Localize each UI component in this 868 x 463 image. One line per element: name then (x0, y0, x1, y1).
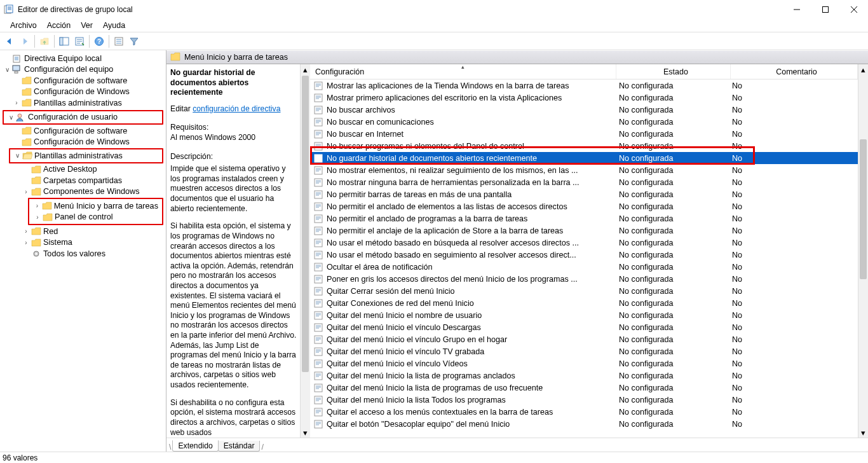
col-configuracion[interactable]: ▴Configuración (310, 64, 616, 79)
tree-menu-inicio[interactable]: › Menú Inicio y barra de tareas (31, 200, 161, 212)
setting-row[interactable]: Quitar del menú Inicio la lista de progr… (310, 370, 858, 382)
setting-row[interactable]: Quitar del menú Inicio la lista de progr… (310, 382, 858, 394)
tab-estandar[interactable]: Estándar (218, 441, 261, 452)
menu-ayuda[interactable]: Ayuda (99, 20, 129, 31)
setting-row[interactable]: No mostrar elementos, ni realizar seguim… (310, 164, 858, 176)
caret-icon[interactable]: ∨ (14, 152, 20, 159)
setting-row[interactable]: Mostrar las aplicaciones de la Tienda Wi… (310, 79, 858, 92)
scroll-up-icon[interactable]: ▴ (858, 64, 868, 74)
tree-carpetas[interactable]: Carpetas compartidas (0, 175, 166, 186)
tree-cfg-equipo[interactable]: ∨ Configuración del equipo (0, 64, 166, 76)
caret-icon[interactable]: › (34, 214, 41, 221)
setting-row[interactable]: Quitar Conexiones de red del menú Inicio… (310, 297, 858, 309)
caret-icon[interactable]: ∨ (8, 114, 14, 121)
close-button[interactable] (839, 0, 868, 19)
scroll-down-icon[interactable]: ▾ (858, 427, 868, 438)
setting-row[interactable]: Quitar del menú Inicio el nombre de usua… (310, 309, 858, 321)
caret-icon[interactable]: › (23, 228, 29, 235)
tree-comp-windows[interactable]: › Componentes de Windows (0, 186, 166, 198)
menu-ver[interactable]: Ver (77, 20, 97, 31)
tab-extendido[interactable]: Extendido (172, 440, 218, 452)
list-scrollbar[interactable]: ▴ ▾ (858, 64, 868, 438)
setting-state-cell: No configurada (616, 408, 731, 417)
setting-name-cell: Mostrar las aplicaciones de la Tienda Wi… (327, 81, 616, 90)
tree-panel-control[interactable]: › Panel de control (31, 212, 161, 223)
setting-row[interactable]: Ocultar el área de notificación No confi… (310, 261, 858, 273)
setting-name-cell: Poner en gris los accesos directos del m… (327, 275, 616, 284)
setting-comment-cell: No (731, 251, 858, 259)
setting-row[interactable]: Quitar del menú Inicio el vínculo Descar… (310, 321, 858, 333)
show-hide-tree-button[interactable] (57, 34, 71, 48)
setting-row[interactable]: No usar el método basado en seguimiento … (310, 249, 858, 261)
tree-active-desktop[interactable]: Active Desktop (0, 164, 166, 176)
setting-icon (313, 93, 324, 102)
forward-button[interactable] (18, 34, 32, 48)
setting-row[interactable]: No permitir el anclado de elementos a la… (310, 200, 858, 212)
tree-red[interactable]: › Red (0, 226, 166, 237)
caret-icon[interactable]: › (23, 188, 29, 195)
setting-row[interactable]: No guardar historial de documentos abier… (310, 152, 858, 164)
setting-row[interactable]: Mostrar primero aplicaciones del escrito… (310, 92, 858, 104)
scroll-up-icon[interactable]: ▴ (301, 64, 310, 74)
menu-accion[interactable]: Acción (43, 20, 75, 31)
svg-rect-30 (315, 263, 322, 271)
caret-icon[interactable]: › (23, 239, 29, 246)
tree-item-icon (31, 227, 41, 236)
all-settings-button[interactable] (112, 34, 126, 48)
setting-name: No guardar historial de documentos abier… (170, 68, 297, 98)
setting-comment-cell: No (731, 371, 858, 380)
setting-state-cell: No configurada (616, 202, 731, 211)
edit-link[interactable]: configuración de directiva (193, 104, 280, 113)
setting-row[interactable]: No buscar en Internet No configurada No (310, 128, 858, 140)
setting-row[interactable]: Quitar del menú Inicio la lista Todos lo… (310, 394, 858, 406)
caret-icon[interactable]: ∨ (4, 66, 10, 73)
col-estado[interactable]: Estado (616, 64, 731, 79)
tree-cfg-software[interactable]: Configuración de software (0, 75, 166, 86)
setting-row[interactable]: No buscar programas ni elementos del Pan… (310, 140, 858, 152)
setting-comment-cell: No (731, 81, 858, 90)
setting-row[interactable]: No mostrar ninguna barra de herramientas… (310, 176, 858, 188)
maximize-button[interactable] (811, 0, 839, 19)
tree-todos-valores[interactable]: Todos los valores (0, 248, 166, 259)
setting-row[interactable]: No buscar archivos No configurada No (310, 104, 858, 116)
setting-row[interactable]: No permitir el anclado de programas a la… (310, 212, 858, 225)
filter-button[interactable] (127, 34, 141, 48)
setting-row[interactable]: Quitar Cerrar sesión del menú Inicio No … (310, 285, 858, 297)
menu-archivo[interactable]: Archivo (6, 20, 41, 31)
col-comentario[interactable]: Comentario (731, 64, 858, 79)
setting-row[interactable]: No permitir barras de tareas en más de u… (310, 188, 858, 200)
tree-plantillas-1[interactable]: › Plantillas administrativas (0, 97, 166, 109)
setting-icon (313, 142, 324, 151)
setting-row[interactable]: No usar el método basado en búsqueda al … (310, 237, 858, 249)
up-button[interactable] (37, 34, 51, 48)
setting-state-cell: No configurada (616, 251, 731, 259)
tree-cfg-software2[interactable]: Configuración de software (0, 125, 166, 137)
scroll-down-icon[interactable]: ▾ (301, 427, 310, 438)
setting-row[interactable]: Quitar del menú Inicio el vínculo Grupo … (310, 333, 858, 345)
properties-button[interactable] (72, 34, 86, 48)
tree-item-label: Componentes de Windows (43, 187, 140, 196)
tree-item-label: Plantillas administrativas (34, 151, 123, 160)
tree-cfg-usuario[interactable]: ∨ Configuración de usuario (4, 112, 161, 123)
setting-row[interactable]: No permitir el anclaje de la aplicación … (310, 225, 858, 237)
setting-comment-cell: No (731, 323, 858, 332)
setting-row[interactable]: Quitar el botón "Desacoplar equipo" del … (310, 418, 858, 430)
tree-sistema[interactable]: › Sistema (0, 237, 166, 249)
setting-row[interactable]: Quitar del menú Inicio el vínculo Vídeos… (310, 357, 858, 370)
tree-item-icon (22, 151, 32, 160)
caret-icon[interactable]: › (34, 202, 40, 209)
setting-row[interactable]: No buscar en comunicaciones No configura… (310, 116, 858, 128)
setting-row[interactable]: Quitar del menú Inicio el vínculo TV gra… (310, 345, 858, 357)
setting-row[interactable]: Poner en gris los accesos directos del m… (310, 273, 858, 285)
tree-root[interactable]: Directiva Equipo local (0, 53, 166, 64)
tree-cfg-windows[interactable]: Configuración de Windows (0, 86, 166, 98)
tree-cfg-windows2[interactable]: Configuración de Windows (0, 137, 166, 148)
back-button[interactable] (3, 34, 17, 48)
svg-rect-32 (315, 287, 322, 295)
help-button[interactable]: ? (92, 34, 106, 48)
minimize-button[interactable] (782, 0, 811, 19)
tree-plantillas-2[interactable]: ∨ Plantillas administrativas (10, 150, 161, 162)
caret-icon[interactable]: › (13, 99, 20, 106)
setting-row[interactable]: Quitar el acceso a los menús contextuale… (310, 406, 858, 418)
help-scrollbar[interactable]: ▴ ▾ (300, 64, 310, 438)
